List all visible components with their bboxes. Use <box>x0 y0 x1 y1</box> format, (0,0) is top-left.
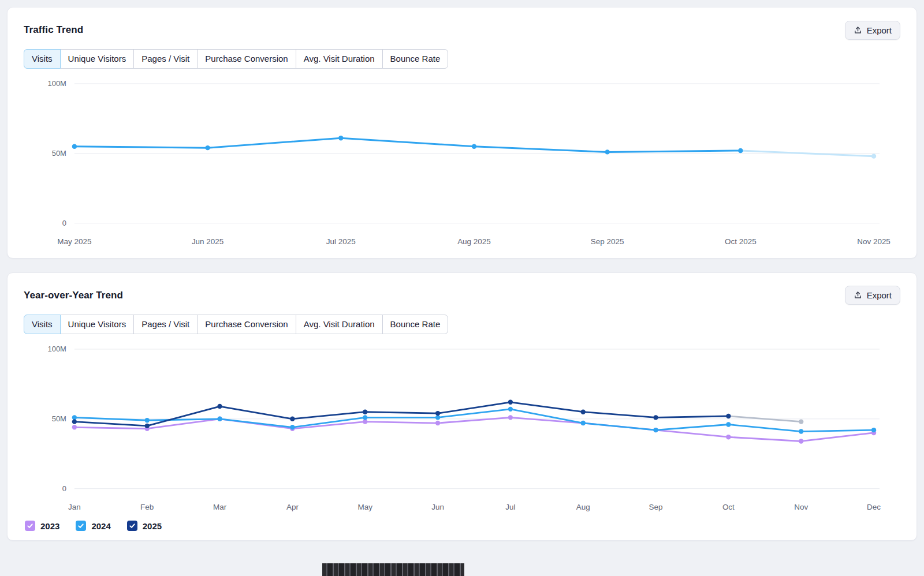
traffic-trend-export-button[interactable]: Export <box>845 21 900 40</box>
checkbox-2025[interactable] <box>127 521 137 531</box>
traffic-trend-tab-visits[interactable]: Visits <box>24 49 61 69</box>
export-label: Export <box>867 25 892 35</box>
yoy-trend-legend-item-2024[interactable]: 2024 <box>76 521 110 531</box>
svg-text:Apr: Apr <box>286 502 299 511</box>
svg-text:Jan: Jan <box>68 502 81 511</box>
svg-text:0: 0 <box>62 219 66 227</box>
yoy-trend-card: Year-over-Year Trend Export VisitsUnique… <box>7 272 917 541</box>
traffic-trend-card: Traffic Trend Export VisitsUnique Visito… <box>7 7 917 259</box>
traffic-trend-tab-unique-visitors[interactable]: Unique Visitors <box>60 49 135 69</box>
yoy-trend-tab-visits[interactable]: Visits <box>24 315 61 334</box>
svg-text:Jul: Jul <box>505 502 515 511</box>
yoy-trend-tab-unique-visitors[interactable]: Unique Visitors <box>60 315 135 334</box>
svg-text:Aug: Aug <box>576 502 590 511</box>
traffic-trend-tab-bounce-rate[interactable]: Bounce Rate <box>382 49 449 69</box>
traffic-trend-tab-avg-visit-duration[interactable]: Avg. Visit Duration <box>296 49 383 69</box>
svg-text:Aug 2025: Aug 2025 <box>457 237 491 246</box>
traffic-trend-title: Traffic Trend <box>24 24 83 36</box>
yoy-trend-title: Year-over-Year Trend <box>24 290 123 301</box>
traffic-trend-tab-pages-visit[interactable]: Pages / Visit <box>133 49 198 69</box>
svg-text:May: May <box>357 502 372 511</box>
checkbox-2024[interactable] <box>76 521 86 531</box>
svg-text:50M: 50M <box>52 414 66 423</box>
svg-text:50M: 50M <box>52 149 66 158</box>
svg-text:Sep 2025: Sep 2025 <box>591 237 624 246</box>
svg-text:Oct 2025: Oct 2025 <box>725 237 757 246</box>
traffic-trend-metric-tabs: VisitsUnique VisitorsPages / VisitPurcha… <box>24 49 448 69</box>
svg-text:Jun 2025: Jun 2025 <box>192 237 223 246</box>
yoy-trend-legend: 202320242025 <box>24 521 900 531</box>
yoy-trend-tab-bounce-rate[interactable]: Bounce Rate <box>382 315 449 334</box>
legend-label-2023: 2023 <box>40 521 59 531</box>
svg-text:Jun: Jun <box>431 502 444 511</box>
yoy-trend-legend-item-2023[interactable]: 2023 <box>25 521 59 531</box>
svg-text:0: 0 <box>62 484 66 493</box>
svg-text:Dec: Dec <box>867 502 881 511</box>
cut-off-content <box>322 563 464 576</box>
svg-text:Feb: Feb <box>140 502 154 511</box>
export-icon <box>854 26 862 35</box>
checkbox-2023[interactable] <box>25 521 35 531</box>
legend-label-2024: 2024 <box>91 521 110 531</box>
svg-text:May 2025: May 2025 <box>57 237 91 246</box>
svg-text:Oct: Oct <box>722 502 735 511</box>
traffic-trend-chart: 050M100MMay 2025Jun 2025Jul 2025Aug 2025… <box>24 73 900 249</box>
export-label: Export <box>867 290 892 300</box>
yoy-trend-legend-item-2025[interactable]: 2025 <box>127 521 162 531</box>
svg-text:100M: 100M <box>47 345 66 353</box>
yoy-trend-tab-purchase-conversion[interactable]: Purchase Conversion <box>197 315 296 334</box>
yoy-trend-tab-pages-visit[interactable]: Pages / Visit <box>133 315 198 334</box>
traffic-trend-tab-purchase-conversion[interactable]: Purchase Conversion <box>197 49 296 69</box>
traffic-trend-header: Traffic Trend Export <box>24 20 900 40</box>
yoy-trend-header: Year-over-Year Trend Export <box>24 286 900 305</box>
svg-text:Nov: Nov <box>794 502 808 511</box>
svg-text:Nov 2025: Nov 2025 <box>857 237 891 246</box>
yoy-trend-metric-tabs: VisitsUnique VisitorsPages / VisitPurcha… <box>24 315 448 334</box>
legend-label-2025: 2025 <box>143 521 162 531</box>
yoy-trend-chart: 050M100MJanFebMarAprMayJunJulAugSepOctNo… <box>24 339 900 514</box>
yoy-trend-tab-avg-visit-duration[interactable]: Avg. Visit Duration <box>296 315 383 334</box>
yoy-trend-export-button[interactable]: Export <box>845 286 900 305</box>
svg-text:100M: 100M <box>47 79 66 88</box>
svg-text:Jul 2025: Jul 2025 <box>326 237 356 246</box>
export-icon <box>854 291 862 300</box>
svg-text:Sep: Sep <box>649 502 663 511</box>
svg-text:Mar: Mar <box>213 502 227 511</box>
